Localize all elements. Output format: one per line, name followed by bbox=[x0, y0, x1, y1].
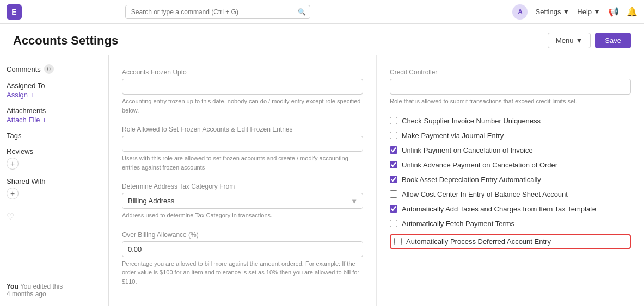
reviews-label: Reviews bbox=[7, 147, 102, 155]
search-input[interactable] bbox=[125, 5, 310, 19]
checkbox-item-7: Automatically Fetch Payment Terms bbox=[390, 220, 631, 228]
credit-controller-input[interactable] bbox=[390, 79, 631, 95]
checkbox-cb8[interactable] bbox=[390, 220, 397, 227]
page-title: Accounts Settings bbox=[13, 34, 118, 48]
checkbox-cb3[interactable] bbox=[390, 146, 397, 154]
checkbox-label-cb1[interactable]: Check Supplier Invoice Number Uniqueness bbox=[402, 117, 541, 125]
add-shared-button[interactable]: + bbox=[7, 188, 19, 199]
checkbox-item-highlighted: Automatically Process Deferred Account E… bbox=[390, 234, 631, 249]
tags-label: Tags bbox=[7, 132, 102, 140]
credit-controller-group: Credit Controller Role that is allowed t… bbox=[390, 68, 631, 106]
checkbox-label-cb8[interactable]: Automatically Fetch Payment Terms bbox=[402, 220, 514, 228]
address-tax-label: Determine Address Tax Category From bbox=[122, 183, 363, 190]
nav-right-actions: A Settings ▼ Help ▼ 📢 🔔 bbox=[512, 4, 637, 20]
attachments-label: Attachments bbox=[7, 107, 102, 115]
checkbox-cb9[interactable] bbox=[394, 238, 402, 245]
over-billing-hint: Percentage you are allowed to bill more … bbox=[122, 259, 363, 286]
left-panel: Accounts Frozen Upto Accounting entry fr… bbox=[109, 55, 377, 306]
checkbox-cb1[interactable] bbox=[390, 117, 397, 124]
accounts-frozen-hint: Accounting entry frozen up to this date,… bbox=[122, 97, 363, 115]
sidebar-reviews: Reviews + bbox=[7, 147, 102, 170]
role-frozen-input[interactable] bbox=[122, 136, 363, 152]
edited-when: 4 months ago bbox=[7, 290, 46, 298]
checkbox-label-cb6[interactable]: Allow Cost Center In Entry of Balance Sh… bbox=[402, 190, 568, 198]
save-button[interactable]: Save bbox=[595, 33, 631, 48]
settings-button[interactable]: Settings ▼ bbox=[535, 8, 569, 16]
content-area: Accounts Frozen Upto Accounting entry fr… bbox=[109, 55, 644, 306]
attach-plus-icon[interactable]: + bbox=[42, 116, 46, 124]
edited-text: You edited this bbox=[20, 283, 63, 290]
assign-plus-icon[interactable]: + bbox=[30, 91, 34, 99]
assigned-to-label: Assigned To bbox=[7, 82, 102, 90]
sidebar-assigned-to: Assigned To Assign + bbox=[7, 82, 102, 99]
main-layout: Comments 0 Assigned To Assign + Attachme… bbox=[0, 55, 644, 306]
accounts-frozen-label: Accounts Frozen Upto bbox=[122, 68, 363, 76]
comments-count: 0 bbox=[44, 64, 54, 74]
header-actions: Menu ▼ Save bbox=[548, 33, 631, 48]
app-icon: E bbox=[7, 4, 22, 20]
checkbox-item-5: Allow Cost Center In Entry of Balance Sh… bbox=[390, 190, 631, 198]
search-icon: 🔍 bbox=[298, 8, 306, 16]
assign-link[interactable]: Assign bbox=[7, 91, 28, 99]
checkbox-label-cb2[interactable]: Make Payment via Journal Entry bbox=[402, 132, 504, 140]
add-review-button[interactable]: + bbox=[7, 158, 19, 170]
checkbox-cb2[interactable] bbox=[390, 132, 397, 139]
role-frozen-label: Role Allowed to Set Frozen Accounts & Ed… bbox=[122, 126, 363, 133]
address-tax-select-wrapper: Billing Address Shipping Address ▼ bbox=[122, 193, 363, 209]
checkbox-cb4[interactable] bbox=[390, 161, 397, 168]
help-button[interactable]: Help ▼ bbox=[577, 8, 600, 16]
right-panel: Credit Controller Role that is allowed t… bbox=[377, 55, 644, 306]
page-header: Accounts Settings Menu ▼ Save bbox=[0, 24, 644, 55]
checkbox-cb6[interactable] bbox=[390, 190, 397, 198]
checkbox-label-cb9[interactable]: Automatically Process Deferred Account E… bbox=[406, 238, 551, 246]
checkbox-label-cb5[interactable]: Book Asset Depreciation Entry Automatica… bbox=[402, 176, 541, 184]
checkboxes-list: Check Supplier Invoice Number Uniqueness… bbox=[390, 117, 631, 249]
content-inner: Accounts Frozen Upto Accounting entry fr… bbox=[109, 55, 644, 306]
like-icon[interactable]: ♡ bbox=[7, 212, 14, 221]
sidebar-footer: You You edited this 4 months ago bbox=[7, 283, 102, 298]
checkbox-item-0: Check Supplier Invoice Number Uniqueness bbox=[390, 117, 631, 125]
sidebar-attachments: Attachments Attach File + bbox=[7, 107, 102, 124]
checkbox-item-6: Automatically Add Taxes and Charges from… bbox=[390, 205, 631, 213]
checkbox-item-1: Make Payment via Journal Entry bbox=[390, 132, 631, 140]
credit-controller-hint: Role that is allowed to submit transacti… bbox=[390, 97, 631, 106]
accounts-frozen-group: Accounts Frozen Upto Accounting entry fr… bbox=[122, 68, 363, 115]
announcements-icon[interactable]: 📢 bbox=[608, 7, 619, 17]
credit-controller-label: Credit Controller bbox=[390, 68, 631, 76]
checkbox-item-2: Unlink Payment on Cancelation of Invoice bbox=[390, 146, 631, 154]
checkbox-label-cb3[interactable]: Unlink Payment on Cancelation of Invoice bbox=[402, 146, 533, 154]
top-navigation: E 🔍 A Settings ▼ Help ▼ 📢 🔔 bbox=[0, 0, 644, 24]
checkbox-label-cb7[interactable]: Automatically Add Taxes and Charges from… bbox=[402, 205, 596, 213]
sidebar-comments: Comments 0 bbox=[7, 64, 102, 74]
checkbox-cb5[interactable] bbox=[390, 176, 397, 183]
checkbox-label-cb4[interactable]: Unlink Advance Payment on Cancelation of… bbox=[402, 161, 557, 169]
checkbox-item-4: Book Asset Depreciation Entry Automatica… bbox=[390, 176, 631, 184]
address-tax-select[interactable]: Billing Address Shipping Address bbox=[122, 193, 363, 209]
over-billing-group: Over Billing Allowance (%) Percentage yo… bbox=[122, 231, 363, 286]
sidebar-shared-with: Shared With + bbox=[7, 177, 102, 199]
over-billing-label: Over Billing Allowance (%) bbox=[122, 231, 363, 239]
address-tax-group: Determine Address Tax Category From Bill… bbox=[122, 183, 363, 220]
menu-button[interactable]: Menu ▼ bbox=[548, 33, 591, 48]
role-frozen-group: Role Allowed to Set Frozen Accounts & Ed… bbox=[122, 126, 363, 172]
you-label: You bbox=[7, 283, 19, 290]
checkbox-cb7[interactable] bbox=[390, 205, 397, 213]
address-tax-hint: Address used to determine Tax Category i… bbox=[122, 211, 363, 220]
user-avatar[interactable]: A bbox=[512, 4, 528, 20]
notifications-icon[interactable]: 🔔 bbox=[627, 7, 637, 17]
sidebar: Comments 0 Assigned To Assign + Attachme… bbox=[0, 55, 109, 306]
comments-label: Comments bbox=[7, 65, 41, 73]
accounts-frozen-input[interactable] bbox=[122, 79, 363, 95]
search-bar: 🔍 bbox=[125, 5, 310, 19]
attach-file-link[interactable]: Attach File bbox=[7, 116, 40, 124]
role-frozen-hint: Users with this role are allowed to set … bbox=[122, 154, 363, 172]
shared-with-label: Shared With bbox=[7, 177, 102, 185]
sidebar-tags: Tags bbox=[7, 132, 102, 140]
over-billing-input[interactable] bbox=[122, 241, 363, 257]
checkbox-item-3: Unlink Advance Payment on Cancelation of… bbox=[390, 161, 631, 169]
